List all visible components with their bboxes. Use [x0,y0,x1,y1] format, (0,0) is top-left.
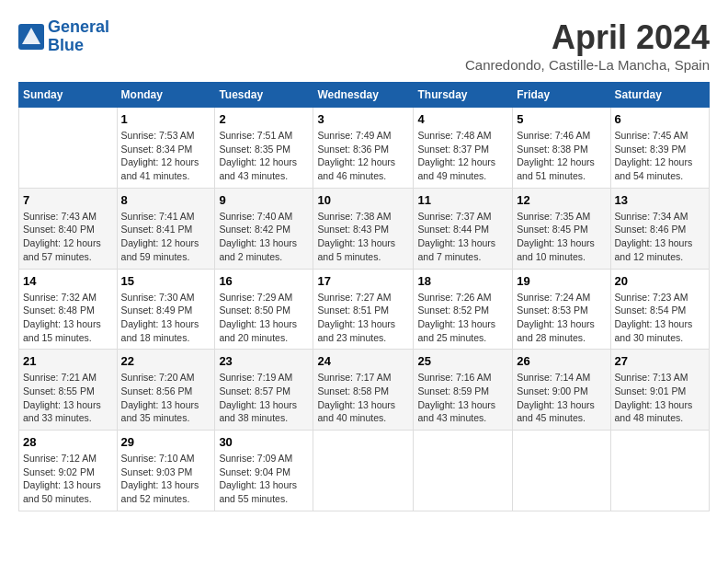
calendar-cell: 26Sunrise: 7:14 AM Sunset: 9:00 PM Dayli… [513,350,610,431]
calendar-week-1: 1Sunrise: 7:53 AM Sunset: 8:34 PM Daylig… [19,108,710,189]
day-number: 11 [417,193,508,207]
day-info: Sunrise: 7:43 AM Sunset: 8:40 PM Dayligh… [23,210,113,264]
day-info: Sunrise: 7:16 AM Sunset: 8:59 PM Dayligh… [417,371,508,425]
logo-text: General Blue [48,18,109,55]
header-cell-saturday: Saturday [610,83,709,108]
calendar-cell: 21Sunrise: 7:21 AM Sunset: 8:55 PM Dayli… [19,350,118,431]
calendar-week-3: 14Sunrise: 7:32 AM Sunset: 8:48 PM Dayli… [19,269,710,350]
logo-icon [18,24,44,50]
calendar-cell [414,431,513,511]
calendar-cell [313,431,414,511]
calendar-cell: 28Sunrise: 7:12 AM Sunset: 9:02 PM Dayli… [19,431,118,511]
calendar-cell: 12Sunrise: 7:35 AM Sunset: 8:45 PM Dayli… [513,188,610,269]
header-cell-friday: Friday [513,83,610,108]
day-number: 2 [219,112,309,126]
calendar-cell: 15Sunrise: 7:30 AM Sunset: 8:49 PM Dayli… [117,269,215,350]
calendar-cell: 24Sunrise: 7:17 AM Sunset: 8:58 PM Dayli… [313,350,414,431]
day-info: Sunrise: 7:46 AM Sunset: 8:38 PM Dayligh… [517,129,606,183]
calendar-cell: 6Sunrise: 7:45 AM Sunset: 8:39 PM Daylig… [610,108,709,189]
page-header: General Blue April 2024 Canredondo, Cast… [18,18,710,73]
day-info: Sunrise: 7:32 AM Sunset: 8:48 PM Dayligh… [23,291,113,345]
day-number: 15 [121,274,211,288]
day-info: Sunrise: 7:20 AM Sunset: 8:56 PM Dayligh… [121,371,211,425]
day-number: 26 [517,354,606,368]
day-number: 20 [615,274,705,288]
calendar-cell: 4Sunrise: 7:48 AM Sunset: 8:37 PM Daylig… [414,108,513,189]
day-number: 21 [23,354,113,368]
day-info: Sunrise: 7:19 AM Sunset: 8:57 PM Dayligh… [219,371,309,425]
day-info: Sunrise: 7:09 AM Sunset: 9:04 PM Dayligh… [219,452,309,506]
day-info: Sunrise: 7:49 AM Sunset: 8:36 PM Dayligh… [317,129,409,183]
calendar-cell: 18Sunrise: 7:26 AM Sunset: 8:52 PM Dayli… [414,269,513,350]
day-number: 10 [317,193,409,207]
header-cell-monday: Monday [117,83,215,108]
day-number: 22 [121,354,211,368]
calendar-week-4: 21Sunrise: 7:21 AM Sunset: 8:55 PM Dayli… [19,350,710,431]
day-info: Sunrise: 7:34 AM Sunset: 8:46 PM Dayligh… [615,210,705,264]
day-info: Sunrise: 7:38 AM Sunset: 8:43 PM Dayligh… [317,210,409,264]
calendar-cell: 10Sunrise: 7:38 AM Sunset: 8:43 PM Dayli… [313,188,414,269]
calendar-cell: 13Sunrise: 7:34 AM Sunset: 8:46 PM Dayli… [610,188,709,269]
day-info: Sunrise: 7:10 AM Sunset: 9:03 PM Dayligh… [121,452,211,506]
day-info: Sunrise: 7:35 AM Sunset: 8:45 PM Dayligh… [517,210,606,264]
calendar-cell: 17Sunrise: 7:27 AM Sunset: 8:51 PM Dayli… [313,269,414,350]
day-number: 8 [121,193,211,207]
calendar-table: SundayMondayTuesdayWednesdayThursdayFrid… [18,82,710,511]
day-number: 13 [615,193,705,207]
header-row: SundayMondayTuesdayWednesdayThursdayFrid… [19,83,710,108]
day-number: 25 [417,354,508,368]
day-number: 28 [23,435,113,449]
calendar-week-2: 7Sunrise: 7:43 AM Sunset: 8:40 PM Daylig… [19,188,710,269]
day-info: Sunrise: 7:29 AM Sunset: 8:50 PM Dayligh… [219,291,309,345]
day-info: Sunrise: 7:41 AM Sunset: 8:41 PM Dayligh… [121,210,211,264]
calendar-cell [513,431,610,511]
day-info: Sunrise: 7:13 AM Sunset: 9:01 PM Dayligh… [615,371,705,425]
calendar-cell: 1Sunrise: 7:53 AM Sunset: 8:34 PM Daylig… [117,108,215,189]
day-info: Sunrise: 7:40 AM Sunset: 8:42 PM Dayligh… [219,210,309,264]
calendar-cell: 16Sunrise: 7:29 AM Sunset: 8:50 PM Dayli… [215,269,313,350]
calendar-cell [19,108,118,189]
header-cell-sunday: Sunday [19,83,118,108]
calendar-cell: 7Sunrise: 7:43 AM Sunset: 8:40 PM Daylig… [19,188,118,269]
month-title: April 2024 [465,18,710,57]
day-number: 5 [517,112,606,126]
day-info: Sunrise: 7:14 AM Sunset: 9:00 PM Dayligh… [517,371,606,425]
calendar-week-5: 28Sunrise: 7:12 AM Sunset: 9:02 PM Dayli… [19,431,710,511]
day-number: 30 [219,435,309,449]
day-number: 23 [219,354,309,368]
day-info: Sunrise: 7:24 AM Sunset: 8:53 PM Dayligh… [517,291,606,345]
day-number: 27 [615,354,705,368]
calendar-cell: 22Sunrise: 7:20 AM Sunset: 8:56 PM Dayli… [117,350,215,431]
header-cell-tuesday: Tuesday [215,83,313,108]
calendar-cell: 27Sunrise: 7:13 AM Sunset: 9:01 PM Dayli… [610,350,709,431]
day-number: 14 [23,274,113,288]
calendar-cell: 20Sunrise: 7:23 AM Sunset: 8:54 PM Dayli… [610,269,709,350]
day-info: Sunrise: 7:12 AM Sunset: 9:02 PM Dayligh… [23,452,113,506]
day-number: 4 [417,112,508,126]
calendar-cell [610,431,709,511]
header-cell-wednesday: Wednesday [313,83,414,108]
day-number: 1 [121,112,211,126]
location: Canredondo, Castille-La Mancha, Spain [465,57,710,73]
day-info: Sunrise: 7:37 AM Sunset: 8:44 PM Dayligh… [417,210,508,264]
header-cell-thursday: Thursday [414,83,513,108]
calendar-cell: 11Sunrise: 7:37 AM Sunset: 8:44 PM Dayli… [414,188,513,269]
day-info: Sunrise: 7:45 AM Sunset: 8:39 PM Dayligh… [615,129,705,183]
calendar-cell: 29Sunrise: 7:10 AM Sunset: 9:03 PM Dayli… [117,431,215,511]
day-info: Sunrise: 7:27 AM Sunset: 8:51 PM Dayligh… [317,291,409,345]
day-info: Sunrise: 7:23 AM Sunset: 8:54 PM Dayligh… [615,291,705,345]
day-number: 6 [615,112,705,126]
day-number: 3 [317,112,409,126]
calendar-cell: 9Sunrise: 7:40 AM Sunset: 8:42 PM Daylig… [215,188,313,269]
calendar-cell: 25Sunrise: 7:16 AM Sunset: 8:59 PM Dayli… [414,350,513,431]
day-info: Sunrise: 7:53 AM Sunset: 8:34 PM Dayligh… [121,129,211,183]
day-number: 7 [23,193,113,207]
logo: General Blue [18,18,109,55]
day-number: 24 [317,354,409,368]
day-number: 9 [219,193,309,207]
day-number: 29 [121,435,211,449]
day-info: Sunrise: 7:51 AM Sunset: 8:35 PM Dayligh… [219,129,309,183]
calendar-cell: 14Sunrise: 7:32 AM Sunset: 8:48 PM Dayli… [19,269,118,350]
calendar-cell: 30Sunrise: 7:09 AM Sunset: 9:04 PM Dayli… [215,431,313,511]
calendar-cell: 23Sunrise: 7:19 AM Sunset: 8:57 PM Dayli… [215,350,313,431]
